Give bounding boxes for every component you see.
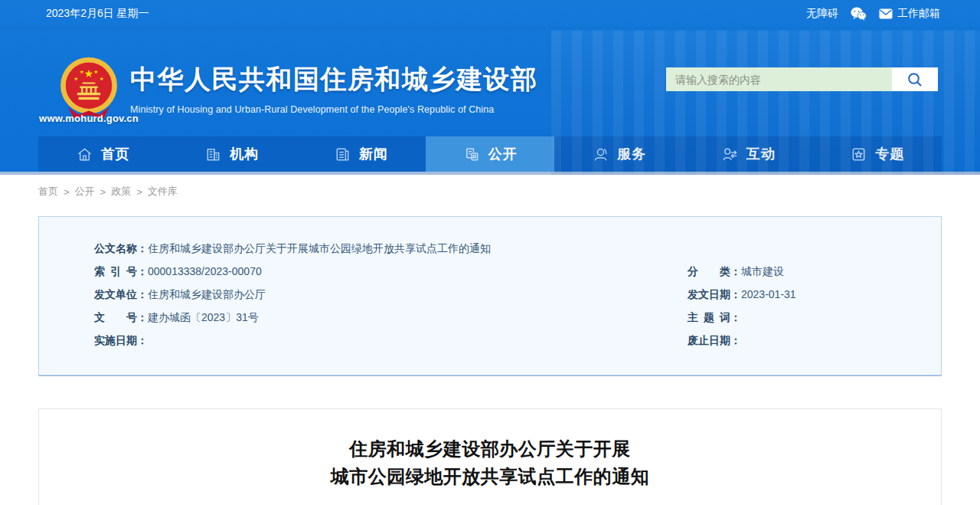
topbar-date: 2023年2月6日 星期一 — [46, 7, 149, 21]
masthead: ★ ★ ★ ★ ★ www.mohurd.gov.cn 中华人民共和国住房和城乡… — [0, 28, 980, 136]
document-title-line1: 住房和城乡建设部办公厅关于开展 — [39, 435, 941, 463]
svg-text:★: ★ — [80, 69, 84, 74]
meta-label: 废止日期 — [688, 329, 730, 352]
meta-row-issue-date: 发文日期：2023-01-31 — [688, 283, 918, 306]
organization-icon — [204, 146, 222, 163]
breadcrumb-item-disclosure[interactable]: 公开 — [75, 185, 95, 198]
topbar: 2023年2月6日 星期一 无障碍 — [0, 0, 980, 28]
masthead-text: 中华人民共和国住房和城乡建设部 Ministry of Housing and … — [130, 62, 538, 115]
meta-row-category: 分类：城市建设 — [688, 260, 918, 283]
svg-text:★: ★ — [93, 69, 98, 74]
meta-label: 分类 — [688, 260, 730, 283]
news-icon — [334, 146, 351, 163]
meta-value: 2023-01-31 — [741, 288, 796, 300]
meta-label: 主题词 — [688, 306, 730, 329]
service-icon — [592, 146, 609, 163]
special-topic-icon — [850, 146, 867, 163]
nav-item-label: 服务 — [617, 145, 646, 163]
meta-value: 城市建设 — [741, 265, 784, 277]
nav-item-home[interactable]: 首页 — [38, 136, 168, 172]
nav-item-organization[interactable]: 机构 — [168, 136, 297, 172]
svg-text:★: ★ — [74, 76, 78, 81]
nav-item-label: 专题 — [875, 145, 904, 163]
search-box — [666, 67, 938, 91]
wechat-icon[interactable] — [851, 7, 867, 21]
search-icon — [906, 71, 923, 88]
svg-text:★: ★ — [100, 76, 104, 81]
search-input[interactable] — [666, 67, 892, 91]
disclosure-icon — [463, 146, 481, 163]
nav-item-news[interactable]: 新闻 — [296, 136, 426, 172]
breadcrumb-item-document-library: 文件库 — [148, 185, 178, 198]
interaction-icon — [721, 146, 739, 163]
meta-value: 000013338/2023-00070 — [148, 265, 262, 277]
nav-item-interaction[interactable]: 互动 — [684, 136, 813, 172]
meta-label: 发文单位 — [94, 283, 137, 306]
main-navigation: 首页 机构 — [0, 136, 980, 172]
breadcrumb-item-policy[interactable]: 政策 — [111, 185, 131, 198]
nav-item-label: 新闻 — [359, 145, 388, 163]
breadcrumb-separator: > — [64, 186, 70, 198]
home-icon — [76, 146, 93, 163]
meta-row-index-number: 索引号：000013338/2023-00070 — [94, 260, 688, 283]
breadcrumb: 首页 > 公开 > 政策 > 文件库 — [38, 185, 942, 198]
meta-value: 建办城函〔2023〕31号 — [148, 311, 259, 323]
breadcrumb-separator: > — [136, 186, 142, 198]
meta-label: 发文日期 — [688, 283, 730, 306]
envelope-icon — [879, 8, 893, 19]
site-header: 2023年2月6日 星期一 无障碍 — [0, 0, 980, 175]
meta-row-effective-date: 实施日期： — [94, 329, 688, 352]
nav-item-label: 互动 — [746, 145, 776, 163]
document-metadata-box: 公文名称：住房和城乡建设部办公厅关于开展城市公园绿地开放共享试点工作的通知 索引… — [38, 216, 942, 376]
meta-row-subject-words: 主题词： — [688, 306, 918, 329]
topbar-links: 无障碍 — [806, 7, 940, 21]
meta-row-issuing-unit: 发文单位：住房和城乡建设部办公厅 — [94, 283, 688, 306]
meta-value: 住房和城乡建设部办公厅 — [148, 288, 266, 300]
work-mailbox-link[interactable]: 工作邮箱 — [879, 7, 940, 21]
meta-value: 住房和城乡建设部办公厅关于开展城市公园绿地开放共享试点工作的通知 — [148, 242, 491, 254]
nav-bottom-strip — [0, 172, 980, 175]
accessibility-link[interactable]: 无障碍 — [806, 7, 838, 21]
breadcrumb-separator: > — [100, 186, 106, 198]
meta-label: 实施日期 — [94, 329, 137, 352]
meta-row-repeal-date: 废止日期： — [688, 329, 918, 352]
nav-item-services[interactable]: 服务 — [554, 136, 684, 172]
nav-item-label: 首页 — [101, 145, 130, 163]
meta-label: 索引号 — [94, 260, 137, 283]
meta-label: 公文名称 — [94, 237, 137, 260]
work-mailbox-label: 工作邮箱 — [897, 7, 940, 21]
document-title: 住房和城乡建设部办公厅关于开展 城市公园绿地开放共享试点工作的通知 — [39, 435, 941, 490]
site-title-english: Ministry of Housing and Urban-Rural Deve… — [130, 104, 538, 115]
breadcrumb-item-home[interactable]: 首页 — [38, 185, 58, 198]
meta-row-document-number: 文号：建办城函〔2023〕31号 — [94, 306, 688, 329]
nav-item-label: 公开 — [488, 145, 518, 163]
meta-row-doc-name: 公文名称：住房和城乡建设部办公厅关于开展城市公园绿地开放共享试点工作的通知 — [94, 237, 918, 260]
site-title: 中华人民共和国住房和城乡建设部 — [130, 62, 538, 97]
meta-label: 文号 — [94, 306, 137, 329]
nav-item-special-topics[interactable]: 专题 — [812, 136, 942, 172]
nav-item-label: 机构 — [230, 145, 259, 163]
svg-text:★: ★ — [84, 67, 94, 80]
site-url: www.mohurd.gov.cn — [34, 113, 144, 124]
nav-item-disclosure[interactable]: 公开 — [426, 136, 555, 172]
document-content-box: 住房和城乡建设部办公厅关于开展 城市公园绿地开放共享试点工作的通知 — [38, 408, 942, 505]
document-title-line2: 城市公园绿地开放共享试点工作的通知 — [39, 463, 941, 490]
search-button[interactable] — [892, 67, 938, 91]
national-emblem-logo[interactable]: ★ ★ ★ ★ ★ — [57, 56, 121, 120]
